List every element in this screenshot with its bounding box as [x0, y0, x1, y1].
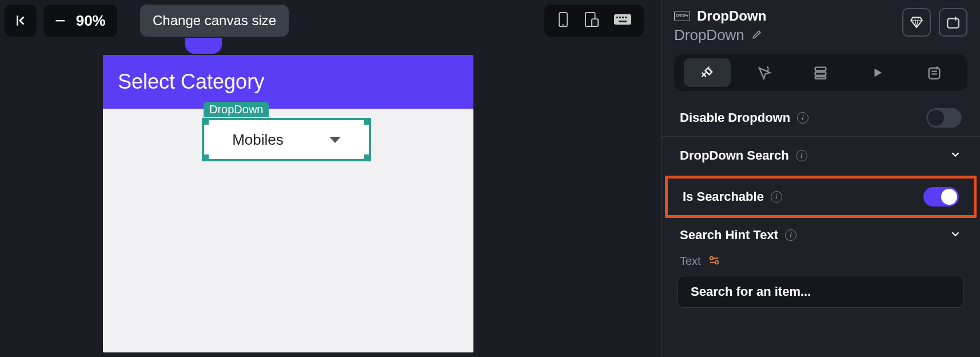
canvas-area: − 90% Change canvas size Select Category… [0, 0, 661, 357]
prop-is-searchable: Is Searchable i [668, 178, 974, 215]
settings-icon[interactable] [708, 256, 720, 267]
properties-panel: DROP▾ DropDown DropDown [661, 0, 980, 357]
svg-rect-5 [616, 17, 618, 18]
canvas-size-tooltip: Change canvas size [140, 5, 289, 37]
svg-rect-10 [947, 19, 959, 28]
svg-rect-0 [559, 13, 567, 27]
widget-type-badge: DROP▾ [674, 11, 690, 21]
zoom-control[interactable]: − 90% [43, 5, 117, 37]
tab-data[interactable] [797, 58, 844, 87]
svg-rect-12 [815, 72, 826, 76]
info-icon[interactable]: i [797, 112, 808, 124]
text-sublabel: Text [680, 255, 701, 268]
text-config-row: Text [662, 251, 980, 273]
zoom-value: 90% [76, 12, 106, 30]
svg-rect-11 [815, 68, 826, 71]
svg-rect-1 [562, 25, 564, 26]
highlighted-property: Is Searchable i [665, 176, 977, 218]
dropdown-search-label: DropDown Search [680, 148, 789, 163]
info-icon[interactable]: i [796, 150, 807, 161]
add-panel-button[interactable] [939, 8, 967, 37]
tab-actions[interactable] [740, 58, 787, 87]
app-header: Select Category [103, 55, 473, 109]
resize-handle-br[interactable] [364, 154, 370, 160]
zoom-out-icon[interactable]: − [55, 10, 66, 31]
caret-down-icon [329, 137, 341, 143]
resize-handle-tl[interactable] [203, 119, 209, 125]
panel-tabs [674, 54, 967, 91]
chevron-down-icon[interactable] [949, 148, 962, 163]
svg-point-16 [715, 260, 719, 264]
tab-docs[interactable] [911, 58, 958, 87]
tab-design[interactable] [684, 58, 731, 87]
edit-name-icon[interactable] [751, 29, 763, 42]
widget-name[interactable]: DropDown [674, 26, 744, 44]
resize-handle-bl[interactable] [203, 154, 209, 160]
canvas-frame: Select Category DropDown Mobiles [103, 40, 473, 352]
prop-disable-dropdown: Disable Dropdown i [662, 99, 980, 137]
dropdown-widget[interactable]: Mobiles [202, 118, 371, 161]
search-hint-text-label: Search Hint Text [680, 228, 778, 243]
svg-point-15 [710, 256, 713, 260]
tab-animations[interactable] [854, 58, 901, 87]
svg-rect-3 [592, 19, 598, 26]
search-hint-value: Search for an item... [691, 284, 811, 299]
widget-type-label: DropDown [697, 8, 766, 24]
frame-tab[interactable] [185, 38, 222, 54]
keyboard-icon[interactable] [614, 13, 631, 28]
prop-dropdown-search[interactable]: DropDown Search i [662, 137, 980, 174]
svg-rect-7 [622, 17, 624, 18]
disable-dropdown-toggle[interactable] [926, 108, 962, 128]
prop-search-hint-text[interactable]: Search Hint Text i [662, 219, 980, 251]
widget-tag[interactable]: DropDown [204, 102, 269, 117]
resize-handle-tr[interactable] [364, 119, 370, 125]
collapse-icon [13, 13, 28, 28]
is-searchable-label: Is Searchable [683, 189, 764, 204]
info-icon[interactable]: i [771, 191, 782, 203]
panel-header: DROP▾ DropDown DropDown [662, 6, 980, 44]
disable-dropdown-label: Disable Dropdown [680, 110, 790, 125]
device-preview-bar [544, 5, 644, 37]
svg-rect-13 [815, 77, 826, 79]
svg-rect-6 [619, 17, 621, 18]
search-hint-input[interactable]: Search for an item... [678, 276, 964, 308]
svg-rect-8 [625, 17, 627, 18]
tablet-icon[interactable] [584, 11, 599, 30]
page-title: Select Category [118, 70, 264, 94]
mobile-canvas[interactable]: Select Category DropDown Mobiles [103, 55, 473, 352]
is-searchable-toggle[interactable] [923, 187, 959, 207]
info-icon[interactable]: i [785, 229, 796, 241]
svg-rect-9 [619, 21, 627, 22]
diamond-button[interactable] [902, 8, 931, 37]
phone-icon[interactable] [557, 11, 569, 30]
collapse-sidebar-button[interactable] [5, 5, 37, 37]
chevron-down-icon[interactable] [949, 228, 962, 243]
top-toolbar: − 90% [5, 5, 117, 37]
svg-rect-4 [614, 14, 631, 25]
dropdown-value: Mobiles [232, 131, 284, 149]
